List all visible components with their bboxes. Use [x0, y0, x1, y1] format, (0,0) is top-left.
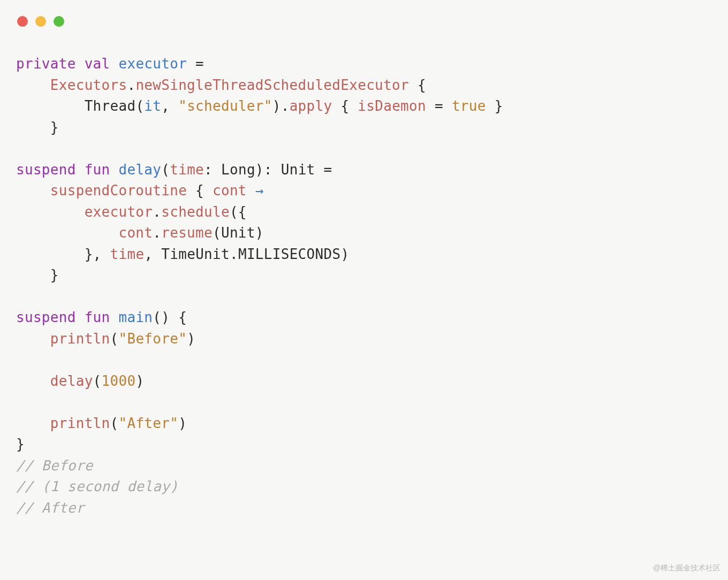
comma: , — [93, 246, 102, 262]
minimize-dot-icon — [35, 16, 46, 27]
eq: = — [324, 162, 332, 178]
lparen: ( — [110, 331, 119, 347]
fn-apply: apply — [290, 98, 332, 114]
str-before: "Before" — [118, 331, 187, 347]
comma: , — [161, 98, 170, 114]
comment-before: // Before — [16, 457, 93, 474]
colon: : — [204, 162, 213, 178]
param-time: time — [170, 162, 204, 178]
rparen: ) — [135, 373, 144, 389]
rparen: ) — [255, 162, 264, 178]
dot: . — [153, 204, 161, 220]
lparen: ( — [161, 162, 170, 178]
lparen: ( — [213, 225, 221, 241]
fn-newexec: newSingleThreadScheduledExecutor — [135, 77, 409, 93]
id-cont: cont — [213, 182, 247, 199]
lbrace: { — [178, 309, 187, 325]
type-long: Long — [221, 162, 255, 178]
lparen: ( — [153, 309, 161, 325]
lbrace: { — [238, 204, 247, 220]
close-dot-icon — [17, 16, 28, 27]
rparen: ) — [255, 225, 264, 241]
num-1000: 1000 — [102, 373, 136, 389]
rbrace: } — [16, 436, 25, 452]
comment-delay: // (1 second delay) — [16, 478, 178, 494]
fn-delay: delay — [119, 162, 162, 178]
window-traffic-lights — [17, 16, 64, 27]
fn-main: main — [119, 309, 153, 325]
id-it: it — [144, 98, 161, 114]
fn-println: println — [50, 415, 110, 431]
lbrace: { — [195, 182, 204, 199]
lbrace: { — [418, 77, 426, 93]
rbrace: } — [50, 267, 59, 283]
fn-delay-call: delay — [50, 373, 93, 389]
kw-val: val — [85, 56, 110, 72]
rbrace: } — [85, 246, 93, 262]
lparen: ( — [135, 98, 144, 114]
id-executors: Executors — [50, 77, 127, 93]
dot: . — [230, 246, 238, 262]
fn-println: println — [50, 331, 110, 347]
rbrace: } — [495, 98, 503, 114]
fn-resume: resume — [161, 225, 213, 241]
id-executor-ref: executor — [85, 204, 153, 220]
rparen: ) — [187, 331, 195, 347]
eq: = — [195, 56, 204, 72]
rparen: ) — [340, 246, 349, 262]
kw-suspend: suspend — [16, 162, 76, 178]
kw-fun: fun — [85, 162, 110, 178]
id-ms: MILLISECONDS — [238, 246, 340, 262]
lparen: ( — [230, 204, 238, 220]
id-isdaemon: isDaemon — [358, 98, 426, 114]
id-executor: executor — [119, 56, 187, 72]
colon: : — [264, 162, 272, 178]
id-timeunit: TimeUnit — [161, 246, 230, 262]
rbrace: } — [50, 119, 59, 135]
fn-suspendcoroutine: suspendCoroutine — [50, 182, 187, 199]
lparen: ( — [110, 415, 119, 431]
arrow-icon: → — [255, 182, 264, 199]
id-unit: Unit — [221, 225, 255, 241]
rparen: ) — [272, 98, 281, 114]
watermark-text: @稀土掘金技术社区 — [653, 562, 721, 574]
kw-suspend: suspend — [16, 309, 76, 325]
comment-after: // After — [16, 500, 85, 516]
id-cont-ref: cont — [118, 225, 153, 241]
arg-time: time — [110, 246, 145, 262]
str-scheduler: "scheduler" — [178, 98, 272, 114]
dot: . — [281, 98, 290, 114]
lbrace: { — [340, 98, 349, 114]
code-block: private val executor = Executors.newSing… — [0, 0, 728, 518]
rparen: ) — [178, 415, 187, 431]
dot: . — [153, 225, 161, 241]
str-after: "After" — [118, 415, 178, 431]
type-unit: Unit — [281, 162, 315, 178]
zoom-dot-icon — [54, 16, 64, 27]
id-thread: Thread — [85, 98, 136, 114]
comma: , — [144, 246, 153, 262]
lit-true: true — [452, 98, 486, 114]
kw-fun: fun — [85, 309, 110, 325]
lparen: ( — [93, 373, 102, 389]
fn-schedule: schedule — [161, 204, 230, 220]
dot: . — [127, 77, 135, 93]
kw-private: private — [16, 56, 76, 72]
rparen: ) — [161, 309, 170, 325]
eq: = — [435, 98, 443, 114]
